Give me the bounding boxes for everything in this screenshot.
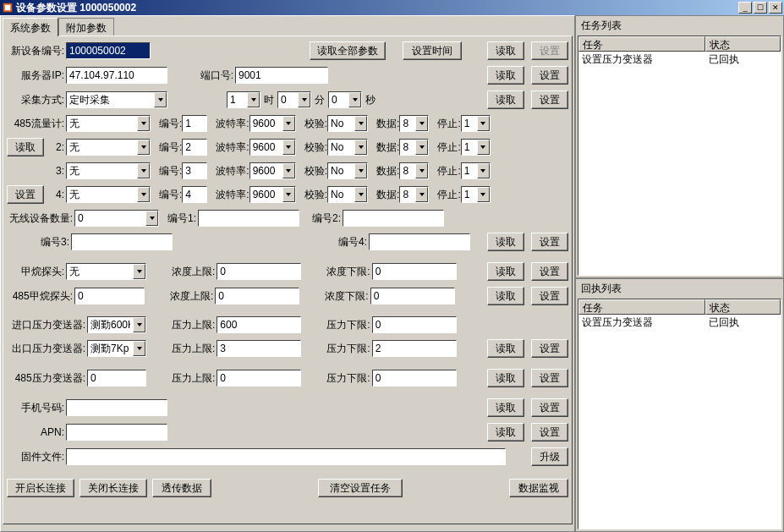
p485-up-input[interactable] <box>217 370 301 387</box>
chevron-down-icon[interactable] <box>137 163 150 178</box>
wn2-input[interactable] <box>343 210 444 227</box>
flow-baud-combo-2[interactable] <box>249 162 296 179</box>
chevron-down-icon[interactable] <box>137 140 150 155</box>
chevron-down-icon[interactable] <box>133 317 145 332</box>
flow-check-combo-0[interactable] <box>327 115 368 132</box>
p485-down-input[interactable] <box>372 370 457 387</box>
hour-combo[interactable] <box>227 91 260 108</box>
data-monitor-button[interactable]: 数据监视 <box>509 479 568 497</box>
flow-val-combo-3[interactable] <box>66 186 151 203</box>
methane-down-input[interactable] <box>372 263 457 280</box>
chevron-down-icon[interactable] <box>354 140 367 155</box>
flow-stop-combo-2[interactable] <box>461 162 491 179</box>
read-button-phone[interactable]: 读取 <box>487 398 524 417</box>
flow-data-combo-1[interactable] <box>399 139 429 156</box>
chevron-down-icon[interactable] <box>282 140 295 155</box>
chevron-down-icon[interactable] <box>137 116 150 131</box>
flow-baud-combo-0[interactable] <box>249 115 296 132</box>
server-ip-input[interactable] <box>66 67 167 84</box>
open-long-button[interactable]: 开启长连接 <box>7 479 74 497</box>
wn1-input[interactable] <box>198 210 299 227</box>
wn4-input[interactable] <box>369 233 470 250</box>
chevron-down-icon[interactable] <box>477 163 490 178</box>
tab-system[interactable]: 系统参数 <box>3 18 58 36</box>
flow-num-input-1[interactable] <box>182 139 207 156</box>
set-button-server[interactable]: 设置 <box>531 66 568 85</box>
min-combo[interactable] <box>277 91 311 108</box>
chevron-down-icon[interactable] <box>477 140 490 155</box>
task-row[interactable]: 设置压力变送器 已回执 <box>578 52 781 68</box>
press-out-down-input[interactable] <box>372 340 457 357</box>
chevron-down-icon[interactable] <box>145 211 158 226</box>
flow-check-combo-3[interactable] <box>327 186 368 203</box>
wn3-input[interactable] <box>71 233 173 250</box>
minimize-button[interactable]: _ <box>738 2 752 14</box>
receipt-listview[interactable]: 任务 状态 设置压力变送器 已回执 <box>578 299 781 529</box>
chevron-down-icon[interactable] <box>354 163 367 178</box>
chevron-down-icon[interactable] <box>348 92 361 107</box>
press485-input[interactable] <box>87 370 146 387</box>
upgrade-button[interactable]: 升级 <box>531 447 568 466</box>
port-input[interactable] <box>235 67 328 84</box>
collect-mode-combo[interactable] <box>66 91 167 108</box>
methane-probe-combo[interactable] <box>66 263 146 280</box>
read-button-m485[interactable]: 读取 <box>487 287 524 305</box>
flow-check-combo-1[interactable] <box>327 139 368 156</box>
chevron-down-icon[interactable] <box>282 187 295 202</box>
receipt-col-task[interactable]: 任务 <box>578 299 705 315</box>
flow-data-combo-0[interactable] <box>399 115 429 132</box>
flow-baud-combo-3[interactable] <box>249 186 296 203</box>
flow-num-input-3[interactable] <box>182 186 207 203</box>
set-button-wireless[interactable]: 设置 <box>531 233 568 251</box>
read-button-1[interactable]: 读取 <box>487 41 524 60</box>
flow-data-combo-3[interactable] <box>399 186 429 203</box>
flow-stop-combo-3[interactable] <box>461 186 491 203</box>
chevron-down-icon[interactable] <box>282 116 295 131</box>
m485-up-input[interactable] <box>215 288 299 304</box>
task-col-state[interactable]: 状态 <box>705 36 781 52</box>
close-long-button[interactable]: 关闭长连接 <box>79 479 147 497</box>
read-button-wireless[interactable]: 读取 <box>487 233 524 251</box>
press-in-combo[interactable] <box>87 316 146 333</box>
tab-extra[interactable]: 附加参数 <box>58 18 114 36</box>
flow-read-button[interactable]: 读取 <box>7 138 44 156</box>
firmware-input[interactable] <box>66 448 506 465</box>
methane-up-input[interactable] <box>217 263 301 280</box>
flow-num-input-2[interactable] <box>182 162 207 179</box>
chevron-down-icon[interactable] <box>247 92 260 107</box>
task-col-task[interactable]: 任务 <box>578 36 705 52</box>
read-button-server[interactable]: 读取 <box>487 66 524 85</box>
chevron-down-icon[interactable] <box>477 116 490 131</box>
flow-val-combo-2[interactable] <box>66 162 151 179</box>
set-button-collect[interactable]: 设置 <box>531 90 568 109</box>
chevron-down-icon[interactable] <box>477 187 490 202</box>
flow-stop-combo-1[interactable] <box>461 139 491 156</box>
chevron-down-icon[interactable] <box>415 116 428 131</box>
flow-val-combo-0[interactable] <box>66 115 151 132</box>
flow-stop-combo-0[interactable] <box>461 115 491 132</box>
set-button-p485[interactable]: 设置 <box>531 369 568 387</box>
set-button-press[interactable]: 设置 <box>531 339 568 358</box>
chevron-down-icon[interactable] <box>354 116 367 131</box>
pass-data-button[interactable]: 透传数据 <box>152 479 211 497</box>
read-button-p485[interactable]: 读取 <box>487 369 524 387</box>
task-listview[interactable]: 任务 状态 设置压力变送器 已回执 <box>578 36 781 276</box>
m485-down-input[interactable] <box>370 288 455 304</box>
read-button-collect[interactable]: 读取 <box>487 90 524 109</box>
receipt-row[interactable]: 设置压力变送器 已回执 <box>578 315 781 331</box>
flow-val-combo-1[interactable] <box>66 139 151 156</box>
set-button-apn[interactable]: 设置 <box>531 423 568 442</box>
maximize-button[interactable]: ☐ <box>754 2 767 14</box>
read-all-button[interactable]: 读取全部参数 <box>310 41 386 60</box>
set-button-phone[interactable]: 设置 <box>531 398 568 417</box>
chevron-down-icon[interactable] <box>154 92 167 107</box>
press-in-down-input[interactable] <box>372 316 457 333</box>
chevron-down-icon[interactable] <box>415 163 428 178</box>
press-in-up-input[interactable] <box>217 316 301 333</box>
chevron-down-icon[interactable] <box>354 187 367 202</box>
flow-check-combo-2[interactable] <box>327 162 368 179</box>
press-out-combo[interactable] <box>87 340 146 357</box>
receipt-col-state[interactable]: 状态 <box>705 299 781 315</box>
new-device-input[interactable] <box>66 42 151 59</box>
flow-baud-combo-1[interactable] <box>249 139 296 156</box>
